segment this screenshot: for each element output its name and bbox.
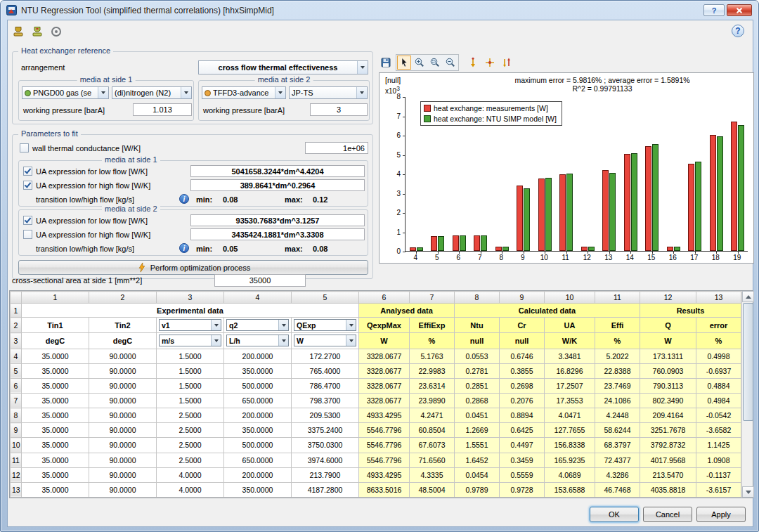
table-cell[interactable]: 90.0000	[89, 408, 157, 423]
table-cell[interactable]: 35.0000	[22, 438, 89, 453]
table-scrollbar[interactable]	[741, 291, 753, 498]
table-cell[interactable]: 798.3700	[292, 393, 359, 408]
table-cell[interactable]: 4.0000	[157, 467, 224, 482]
arrangement-combo[interactable]: cross flow thermal effectiveness	[198, 60, 368, 74]
ua-high-side1-field[interactable]: 389.8641*dm^0.2964	[190, 179, 365, 191]
table-cell[interactable]: 5.1763	[410, 349, 455, 363]
table-cell[interactable]: 4933.4295	[359, 408, 410, 423]
table-cell[interactable]: 3328.0677	[359, 378, 410, 393]
media-side2-combo[interactable]: TFFD3-advance	[202, 86, 286, 99]
table-cell[interactable]: 0.2781	[455, 363, 500, 378]
table-cell[interactable]: 802.3490	[640, 393, 696, 408]
row-header[interactable]: 11	[11, 453, 22, 467]
column-header[interactable]: 6	[359, 292, 410, 304]
info-icon[interactable]: i	[179, 194, 189, 204]
table-cell[interactable]: 3328.0677	[359, 363, 410, 378]
column-header[interactable]: 9	[500, 292, 545, 304]
table-cell[interactable]: -3.6157	[696, 482, 741, 497]
wall-conductance-field[interactable]: 1e+06	[305, 142, 368, 154]
table-cell[interactable]: Ntu	[455, 318, 500, 333]
table-cell[interactable]: 500.0000	[224, 438, 292, 453]
table-cell[interactable]: 2.5000	[157, 408, 224, 423]
table-cell[interactable]: 1.1425	[696, 438, 741, 453]
table-cell[interactable]: %	[696, 333, 741, 349]
help-icon[interactable]: ?	[732, 25, 744, 37]
table-cell[interactable]: 3251.7678	[640, 423, 696, 438]
table-cell[interactable]: 4.0000	[157, 482, 224, 497]
table-cell[interactable]: null	[455, 333, 500, 349]
ua-low-side1-checkbox[interactable]	[23, 167, 32, 176]
probe-xy-icon[interactable]	[483, 56, 497, 70]
table-cell[interactable]: 35.0000	[22, 423, 89, 438]
column-header[interactable]: 1	[22, 292, 89, 304]
column-header[interactable]: 10	[545, 292, 595, 304]
load-configuration-icon[interactable]	[11, 24, 26, 39]
table-cell[interactable]: 2.5000	[157, 453, 224, 467]
scroll-down-icon[interactable]	[742, 486, 754, 498]
row-header[interactable]: 4	[11, 349, 22, 363]
row-header[interactable]: 13	[11, 482, 22, 497]
table-cell[interactable]: 4.3335	[410, 467, 455, 482]
table-cell[interactable]: W	[359, 333, 410, 349]
table-cell[interactable]: 790.3113	[640, 378, 696, 393]
pressure-field-side2[interactable]: 3	[310, 103, 368, 116]
zoom-out-icon[interactable]	[443, 56, 458, 70]
table-cell[interactable]: 209.4164	[640, 408, 696, 423]
table-cell[interactable]: 3375.2400	[292, 423, 359, 438]
ua-low-side1-field[interactable]: 5041658.3244*dm^4.4204	[190, 165, 365, 177]
column-header[interactable]: 11	[595, 292, 640, 304]
table-cell[interactable]: 1.0908	[696, 453, 741, 467]
media-side1-sub-combo[interactable]: (di)nitrogen (N2)	[112, 86, 192, 99]
row-header[interactable]: 5	[11, 363, 22, 378]
row-header[interactable]: 8	[11, 408, 22, 423]
table-cell[interactable]: 35.0000	[22, 482, 89, 497]
table-cell[interactable]: 23.6314	[410, 378, 455, 393]
table-cell[interactable]: 23.7469	[595, 378, 640, 393]
table-cell[interactable]: 2.5000	[157, 423, 224, 438]
table-cell[interactable]: 1.5000	[157, 393, 224, 408]
unit-combo[interactable]: L/h	[226, 335, 289, 346]
ua-low-side2-field[interactable]: 93530.7683*dm^3.1257	[190, 214, 365, 226]
table-cell[interactable]: 173.1311	[640, 349, 696, 363]
table-cell[interactable]: 4035.8818	[640, 482, 696, 497]
table-cell[interactable]: 3.3481	[545, 349, 595, 363]
zoom-in-icon[interactable]	[413, 56, 427, 70]
table-cell[interactable]: 760.0903	[640, 363, 696, 378]
table-cell[interactable]: 5546.7796	[359, 453, 410, 467]
table-cell[interactable]: %	[595, 333, 640, 349]
save-configuration-icon[interactable]	[30, 24, 45, 39]
ua-high-side1-checkbox[interactable]	[23, 181, 32, 190]
table-cell[interactable]: Tin1	[22, 318, 89, 333]
table-cell[interactable]: UA	[545, 318, 595, 333]
table-cell[interactable]: 0.4984	[696, 393, 741, 408]
column-header[interactable]: 2	[89, 292, 157, 304]
row-header[interactable]: 9	[11, 423, 22, 438]
row-header[interactable]: 6	[11, 378, 22, 393]
table-cell[interactable]: 35.0000	[22, 393, 89, 408]
table-cell[interactable]: 1.5551	[455, 438, 500, 453]
table-cell[interactable]: 0.9728	[500, 482, 545, 497]
table-cell[interactable]: error	[696, 318, 741, 333]
table-cell[interactable]: Cr	[500, 318, 545, 333]
table-cell[interactable]: 3750.0300	[292, 438, 359, 453]
table-cell[interactable]: Effi	[595, 318, 640, 333]
table-cell[interactable]: 60.8504	[410, 423, 455, 438]
column-header[interactable]: 4	[224, 292, 292, 304]
table-cell[interactable]: QexpMax	[359, 318, 410, 333]
ok-button[interactable]: OK	[590, 507, 639, 522]
table-cell[interactable]: 213.7900	[292, 467, 359, 482]
save-chart-icon[interactable]	[379, 56, 393, 70]
column-header[interactable]: 8	[455, 292, 500, 304]
row-header[interactable]: 12	[11, 467, 22, 482]
info-icon[interactable]: i	[179, 243, 189, 253]
table-cell[interactable]: 350.0000	[224, 482, 292, 497]
table-cell[interactable]: 5.2022	[595, 349, 640, 363]
table-cell[interactable]: 0.8894	[500, 408, 545, 423]
row-header[interactable]: 3	[11, 333, 22, 349]
table-cell[interactable]: 4187.2800	[292, 482, 359, 497]
table-cell[interactable]: 1.5000	[157, 378, 224, 393]
table-cell[interactable]: 0.2076	[500, 393, 545, 408]
table-cell[interactable]: W	[640, 333, 696, 349]
table-cell[interactable]: 350.0000	[224, 423, 292, 438]
table-cell[interactable]: 90.0000	[89, 349, 157, 363]
